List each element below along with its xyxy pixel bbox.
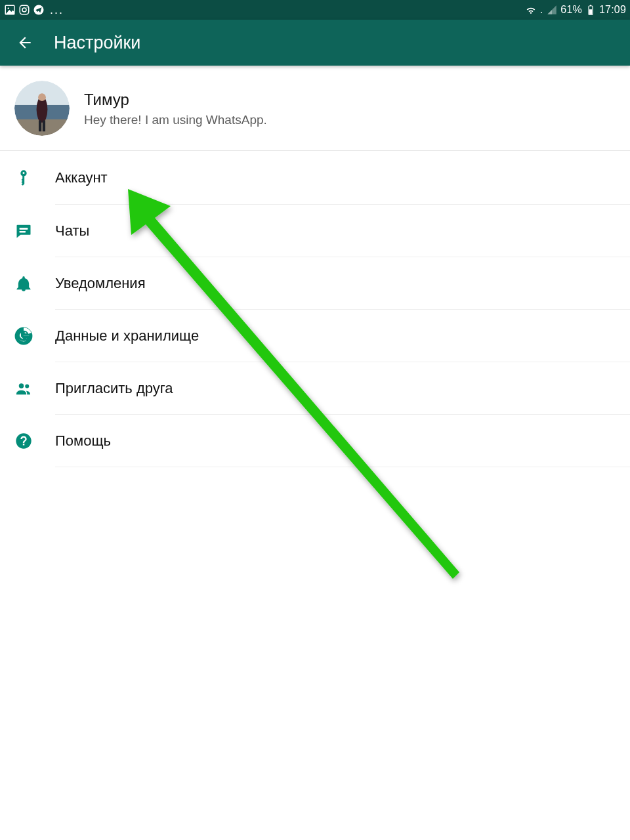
svg-rect-16 [43, 120, 45, 131]
key-icon [14, 169, 55, 187]
settings-item-notifications[interactable]: Уведомления [0, 257, 630, 310]
settings-item-help[interactable]: Помощь [0, 415, 630, 467]
svg-point-1 [8, 8, 9, 9]
settings-item-label: Помощь [55, 415, 630, 467]
settings-item-chats[interactable]: Чаты [0, 205, 630, 257]
settings-list: Аккаунт Чаты Уведомления Данные и хранил… [0, 151, 630, 467]
svg-point-20 [19, 383, 24, 388]
clock: 17:09 [599, 4, 626, 16]
battery-icon [585, 4, 597, 16]
settings-item-label: Пригласить друга [55, 362, 630, 415]
status-right: . 61% 17:09 [525, 4, 626, 16]
wifi-icon [525, 4, 537, 16]
settings-item-label: Данные и хранилище [55, 310, 630, 362]
settings-item-invite[interactable]: Пригласить друга [0, 362, 630, 415]
avatar [14, 81, 70, 136]
gallery-icon [4, 4, 16, 16]
svg-rect-18 [20, 231, 26, 232]
svg-rect-2 [20, 5, 29, 14]
help-icon [14, 432, 55, 450]
data-icon [14, 327, 55, 345]
settings-item-label: Аккаунт [55, 151, 630, 205]
signal-icon [546, 4, 558, 16]
settings-item-account[interactable]: Аккаунт [0, 151, 630, 205]
svg-point-21 [25, 384, 29, 388]
profile-text: Тимур Hey there! I am using WhatsApp. [70, 89, 267, 128]
svg-point-14 [38, 93, 46, 101]
svg-rect-7 [590, 5, 591, 7]
status-dot-icon: . [539, 4, 544, 16]
status-bar: ... . 61% 17:09 [0, 0, 630, 20]
profile-status: Hey there! I am using WhatsApp. [84, 113, 267, 127]
battery-percent: 61% [560, 4, 582, 16]
svg-rect-8 [589, 9, 592, 14]
back-arrow-icon [16, 34, 33, 51]
svg-rect-17 [20, 228, 28, 229]
svg-point-4 [26, 7, 28, 8]
telegram-icon [33, 4, 45, 16]
svg-rect-15 [39, 120, 41, 131]
app-bar: Настройки [0, 20, 630, 66]
profile-name: Тимур [84, 89, 267, 111]
status-more-icon: ... [47, 4, 64, 16]
people-icon [14, 379, 55, 398]
svg-point-3 [22, 8, 26, 12]
settings-item-label: Уведомления [55, 257, 630, 310]
back-button[interactable] [8, 26, 42, 60]
status-left: ... [4, 4, 525, 16]
settings-item-data[interactable]: Данные и хранилище [0, 310, 630, 362]
profile-row[interactable]: Тимур Hey there! I am using WhatsApp. [0, 66, 630, 151]
instagram-icon [18, 4, 30, 16]
chat-icon [14, 222, 55, 240]
bell-icon [14, 274, 55, 293]
settings-item-label: Чаты [55, 205, 630, 257]
page-title: Настройки [54, 33, 140, 53]
